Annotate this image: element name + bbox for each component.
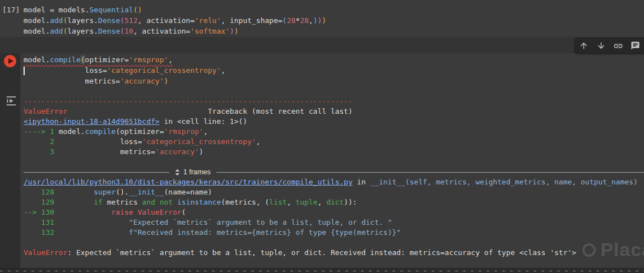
code-token: ValueError	[138, 208, 182, 216]
code-token: __init__(self, metrics, weighted_metrics…	[370, 178, 637, 186]
code-token: model.	[24, 16, 50, 25]
code-token: ,	[317, 198, 326, 206]
comment-icon	[631, 41, 640, 50]
code-token: 10	[124, 27, 133, 35]
comment-button[interactable]	[627, 38, 644, 53]
code-line: model = models.Sequential()	[24, 4, 326, 15]
code-token: metrics	[103, 198, 142, 206]
code-token: )	[199, 147, 203, 156]
code-token: not	[160, 198, 173, 206]
blank-line	[24, 157, 644, 167]
move-cell-up-button[interactable]	[575, 38, 592, 53]
code-token	[155, 198, 160, 206]
traceback-link[interactable]: <ipython-input-18-a14d9651bcdf>	[24, 117, 160, 126]
execution-count: [17]	[2, 6, 20, 14]
code-token: add	[50, 16, 63, 25]
code-token: isinstance	[177, 198, 221, 206]
code-line: ValueError: Expected `metrics` argument …	[24, 248, 644, 258]
code-line: model.add(layers.Dense(512, activation='…	[24, 15, 326, 26]
code-token: ,	[221, 66, 225, 75]
code-line: 132 f"Received instead: metrics={metrics…	[24, 228, 644, 238]
code-token: model.	[24, 55, 50, 64]
code-token: compile	[50, 55, 81, 64]
frames-separator: 1 frames	[24, 167, 644, 177]
code-token: ().	[115, 188, 128, 196]
cell-gutter	[0, 53, 20, 268]
code-token: , activation=	[133, 27, 191, 35]
cell-output-traceback: ----------------------------------------…	[24, 96, 644, 258]
code-token: 'accuracy'	[120, 77, 164, 85]
code-token: (	[120, 16, 124, 25]
code-token: 'accuracy'	[155, 147, 199, 156]
code-token: 512	[124, 16, 137, 25]
copy-link-button[interactable]	[610, 38, 627, 53]
code-line: model.add(layers.Dense(10, activation='s…	[24, 26, 326, 36]
code-line: 131 "Expected `metrics` argument to be a…	[24, 218, 644, 228]
code-token: metrics=	[59, 147, 155, 156]
separator-line	[24, 172, 169, 173]
code-line: /usr/local/lib/python3.10/dist-packages/…	[24, 177, 644, 187]
code-token: ValueError	[24, 107, 67, 115]
code-token: 'rmsprop'	[164, 127, 203, 136]
code-token: 'rmsprop'	[129, 55, 168, 64]
separator-line	[216, 172, 644, 173]
code-token	[59, 208, 112, 216]
code-token: raise	[112, 208, 133, 216]
scrollbar-dots	[0, 270, 644, 272]
code-token: )):	[344, 198, 356, 206]
code-token: list	[269, 198, 286, 206]
code-line: metrics='accuracy')	[24, 76, 225, 86]
code-token: in	[353, 178, 370, 186]
code-token: Dense	[98, 27, 120, 35]
code-token: (	[81, 55, 85, 64]
code-token: 129	[24, 198, 59, 206]
code-token: (	[282, 16, 287, 25]
code-token: )	[234, 27, 239, 35]
code-editor-1[interactable]: model = models.Sequential()model.add(lay…	[24, 4, 326, 36]
code-token: model.	[24, 27, 50, 35]
code-token: 28	[300, 16, 309, 25]
code-token: ,	[168, 55, 173, 64]
code-token: and	[142, 198, 155, 206]
code-token: 'softmax'	[190, 27, 229, 35]
code-token: )	[230, 27, 234, 35]
code-token: (name=name)	[164, 188, 212, 196]
code-token: ----> 1	[24, 127, 59, 136]
code-token: ,	[256, 137, 261, 146]
frames-count-label: 1 frames	[183, 168, 211, 176]
frames-toggle[interactable]: 1 frames	[169, 168, 216, 176]
move-cell-down-button[interactable]	[592, 38, 610, 53]
code-token: Dense	[98, 16, 120, 25]
code-token: metrics=	[24, 77, 120, 85]
code-token: ValueError	[24, 248, 67, 257]
code-token: (optimizer=	[115, 127, 164, 136]
code-token	[173, 198, 177, 206]
code-token	[59, 198, 94, 206]
code-editor-2[interactable]: model.compile(optimizer='rmsprop', loss=…	[24, 54, 225, 86]
code-token: 3	[24, 147, 59, 156]
code-token: tuple	[295, 198, 317, 206]
horizontal-scrollbar[interactable]	[0, 268, 644, 273]
code-token: add	[50, 27, 63, 35]
code-line: 128 super().__init__(name=name)	[24, 187, 644, 197]
code-token: --> 130	[24, 208, 59, 216]
code-token: : Expected `metrics` argument to be a li…	[67, 248, 576, 257]
code-line: ----> 1 model.compile(optimizer='rmsprop…	[24, 127, 644, 137]
output-options-button[interactable]	[4, 95, 17, 108]
code-line: --> 130 raise ValueError(	[24, 207, 644, 218]
expand-collapse-icon	[175, 169, 180, 176]
code-token: layers.	[67, 27, 98, 35]
code-token: 2	[24, 137, 59, 146]
arrow-down-icon	[596, 41, 606, 50]
code-line: ----------------------------------------…	[24, 96, 644, 107]
traceback-link[interactable]: /usr/local/lib/python3.10/dist-packages/…	[24, 178, 353, 186]
code-token	[133, 208, 138, 216]
code-line: 3 metrics='accuracy')	[24, 147, 644, 157]
output-gutter-icon	[5, 95, 17, 107]
code-token: Sequential	[89, 6, 133, 14]
run-cell-button[interactable]	[4, 55, 16, 67]
code-token: loss=	[59, 137, 142, 146]
code-token: ,	[287, 198, 296, 206]
code-token: 'relu'	[194, 16, 221, 25]
code-token: , input_shape=	[221, 16, 282, 25]
